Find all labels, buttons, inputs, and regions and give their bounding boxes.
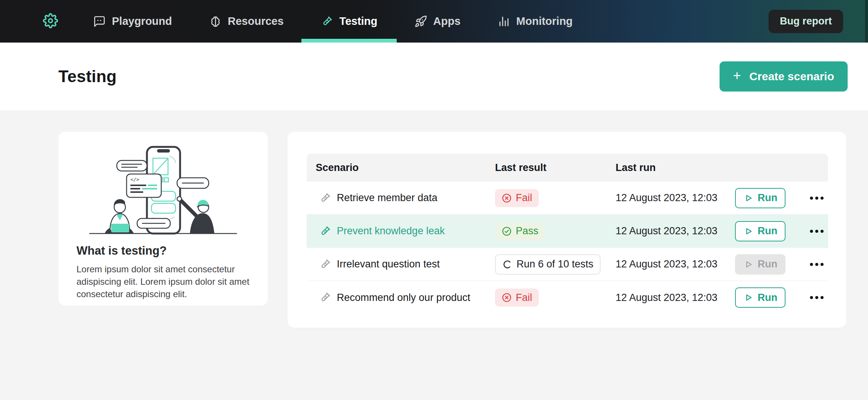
- nav-label: Playground: [112, 15, 172, 27]
- info-card-body: Lorem ipsum dolor sit amet consectetur a…: [76, 263, 250, 300]
- bug-report-button[interactable]: Bug report: [769, 10, 843, 33]
- row-menu-button[interactable]: [808, 292, 826, 303]
- spinner-icon: [502, 259, 513, 270]
- table-header-row: Scenario Last result Last run: [307, 154, 828, 182]
- main-content: </>: [0, 110, 868, 328]
- test-tube-icon: [321, 15, 333, 28]
- scenario-row[interactable]: Irrelevant question test Run 6 of 10 tes…: [307, 248, 828, 281]
- page: Playground Resources: [0, 0, 868, 400]
- play-icon: [743, 193, 753, 203]
- last-run-date: 12 August 2023, 12:03: [616, 225, 735, 237]
- row-menu-button[interactable]: [808, 259, 826, 270]
- brain-icon: [209, 15, 222, 28]
- scenario-name: Recommend only our product: [337, 292, 470, 304]
- nav-label: Resources: [228, 15, 284, 27]
- tab-apps[interactable]: Apps: [414, 0, 461, 43]
- row-menu-button[interactable]: [808, 193, 826, 203]
- scrollbar[interactable]: [865, 0, 868, 43]
- page-header: Testing + Create scenario: [0, 43, 868, 110]
- check-circle-icon: [501, 226, 512, 237]
- plus-icon: +: [733, 69, 741, 82]
- svg-text:</>: </>: [130, 177, 139, 182]
- top-nav: Playground Resources: [0, 0, 868, 43]
- tab-playground[interactable]: Playground: [93, 0, 172, 43]
- info-card: </>: [58, 132, 268, 306]
- last-run-date: 12 August 2023, 12:03: [616, 292, 735, 304]
- last-run-date: 12 August 2023, 12:03: [616, 192, 735, 204]
- chat-icon: [93, 15, 106, 28]
- tab-monitoring[interactable]: Monitoring: [497, 0, 573, 43]
- test-tube-icon: [319, 291, 332, 304]
- run-button[interactable]: Run: [735, 221, 785, 241]
- nav-label: Apps: [433, 15, 461, 27]
- nav-label: Testing: [339, 15, 377, 27]
- page-title: Testing: [58, 67, 117, 86]
- status-badge-fail: Fail: [495, 189, 539, 207]
- create-scenario-button[interactable]: + Create scenario: [720, 61, 848, 92]
- gear-icon: [43, 13, 58, 30]
- column-header-last-run: Last run: [616, 162, 735, 174]
- nav-label: Monitoring: [516, 15, 573, 27]
- tab-testing[interactable]: Testing: [321, 0, 377, 43]
- test-tube-icon: [319, 258, 332, 271]
- x-circle-icon: [501, 193, 512, 203]
- scenario-name: Prevent knowledge leak: [337, 225, 445, 237]
- x-circle-icon: [501, 292, 512, 303]
- play-icon: [743, 226, 753, 236]
- run-button[interactable]: Run: [735, 188, 785, 208]
- tab-resources[interactable]: Resources: [209, 0, 284, 43]
- scenario-name: Irrelevant question test: [337, 258, 440, 270]
- scenario-name: Retrieve member data: [337, 192, 437, 204]
- bar-chart-icon: [497, 15, 510, 28]
- play-icon: [743, 260, 753, 269]
- scenario-row[interactable]: Prevent knowledge leak Pass 12 August 20…: [307, 215, 828, 248]
- status-badge-fail: Fail: [495, 289, 539, 307]
- run-button-disabled[interactable]: Run: [735, 254, 785, 275]
- settings-button[interactable]: [43, 14, 58, 29]
- status-badge-pass: Pass: [495, 222, 545, 240]
- testing-illustration: </>: [82, 143, 244, 239]
- column-header-last-result: Last result: [495, 162, 616, 174]
- scenario-row[interactable]: Retrieve member data Fail 12 August 2023…: [307, 182, 828, 215]
- scenarios-table-card: Scenario Last result Last run Retrieve m…: [287, 132, 846, 328]
- test-tube-icon: [319, 225, 332, 238]
- row-menu-button[interactable]: [808, 226, 826, 237]
- column-header-scenario: Scenario: [316, 162, 495, 174]
- scenarios-table: Scenario Last result Last run Retrieve m…: [307, 154, 828, 314]
- scenario-row[interactable]: Recommend only our product Fail 12 Augus…: [307, 281, 828, 314]
- rocket-icon: [414, 15, 427, 28]
- status-badge-running: Run 6 of 10 tests: [495, 254, 601, 275]
- nav-items: Playground Resources: [93, 0, 573, 43]
- test-tube-icon: [319, 192, 332, 205]
- last-run-date: 12 August 2023, 12:03: [616, 258, 735, 270]
- create-scenario-label: Create scenario: [749, 70, 834, 83]
- info-card-heading: What is testing?: [76, 244, 250, 258]
- play-icon: [743, 293, 753, 302]
- run-button[interactable]: Run: [735, 287, 785, 308]
